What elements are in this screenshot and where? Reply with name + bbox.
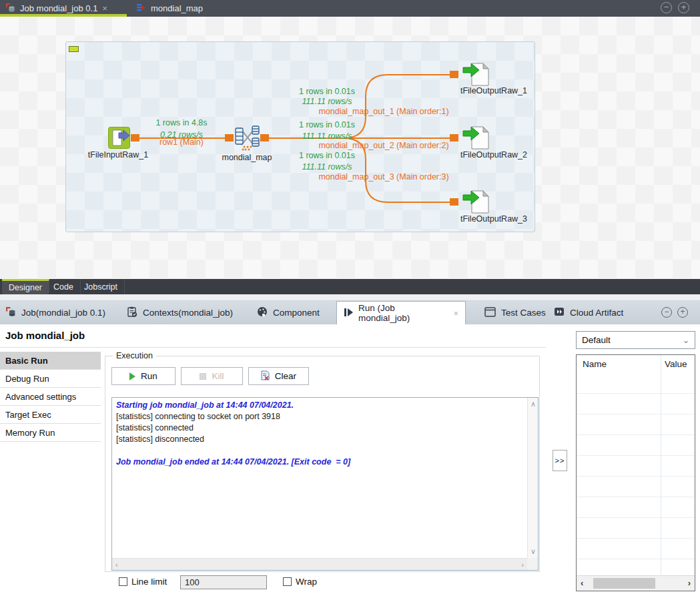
component-tfileoutputraw-3[interactable] [462, 190, 490, 218]
console-vertical-scrollbar[interactable]: ∧ ∨ [527, 398, 538, 558]
tab-label: Component [273, 308, 320, 318]
scrollbar-thumb[interactable] [593, 578, 655, 589]
context-select[interactable]: Default ⌄ [576, 331, 695, 349]
context-selected-value: Default [582, 335, 611, 345]
table-row[interactable] [577, 497, 695, 518]
run-icon [344, 308, 353, 319]
job-icon [5, 306, 16, 319]
component-tmap[interactable] [234, 125, 261, 154]
connector-square [260, 134, 269, 141]
kill-button[interactable]: Kill [181, 367, 243, 385]
sidebar-item-memory-run[interactable]: Memory Run [0, 424, 101, 442]
sidebar-item-advanced-settings[interactable]: Advanced settings [0, 388, 101, 406]
tab-label: Job mondial_job 0.1 [20, 3, 97, 13]
component-tfileinputraw[interactable] [108, 127, 130, 152]
tab-label: Cloud Artifact [570, 308, 623, 318]
tab-component[interactable]: Component [257, 301, 320, 324]
talend-studio-window: Job mondial_job 0.1 × mondial_map − + [0, 0, 700, 596]
context-variables-table[interactable]: Name Value ‹ › [576, 354, 695, 591]
sidebar-item-target-exec[interactable]: Target Exec [0, 406, 101, 424]
test-cases-icon [484, 307, 496, 319]
tab-label: Test Cases [501, 308, 546, 318]
sidebar-item-debug-run[interactable]: Debug Run [0, 370, 101, 388]
table-row[interactable] [577, 539, 695, 559]
maximize-icon[interactable]: + [678, 2, 689, 13]
sidebar-item-basic-run[interactable]: Basic Run [0, 352, 101, 370]
table-row[interactable] [577, 373, 695, 394]
rate-stats: 111.11 rows/s [274, 162, 380, 172]
execution-legend: Execution [113, 351, 156, 360]
component-label[interactable]: tFileOutputRaw_3 [444, 214, 544, 224]
tab-label: mondial_map [151, 3, 203, 13]
console-output: Starting job mondial_job at 14:44 07/04/… [112, 398, 527, 558]
minimize-icon[interactable]: − [661, 2, 672, 13]
component-label[interactable]: tFileOutputRaw_2 [444, 150, 544, 160]
console-line: [statistics] disconnected [116, 434, 523, 445]
table-row[interactable] [577, 477, 695, 497]
table-row[interactable] [577, 414, 695, 435]
connection-label[interactable]: mondial_map_out_1 (Main order:1) [284, 107, 484, 116]
row-stats: 1 rows in 0.01s [274, 87, 380, 96]
cloud-artifact-icon [554, 306, 565, 319]
table-header: Name Value [577, 355, 695, 373]
component-label[interactable]: tFileInputRaw_1 [71, 150, 165, 160]
tab-run[interactable]: Run (Job mondial_job) × [336, 301, 466, 324]
title-separator [0, 347, 546, 348]
console-line: Job mondial_job ended at 14:44 07/04/202… [116, 457, 523, 468]
column-header-value[interactable]: Value [665, 359, 687, 369]
line-limit-input[interactable] [180, 575, 267, 589]
table-horizontal-scrollbar[interactable]: ‹ › [577, 575, 695, 591]
tab-designer[interactable]: Designer [2, 279, 49, 294]
maximize-icon[interactable]: + [677, 307, 688, 318]
component-label[interactable]: tFileOutputRaw_1 [444, 86, 544, 95]
console-line: [statistics] connecting to socket on por… [116, 411, 523, 422]
scroll-left-icon[interactable]: ‹ [115, 561, 118, 569]
connector-square [450, 198, 458, 206]
tab-code[interactable]: Code [47, 279, 81, 294]
table-row[interactable] [577, 518, 695, 539]
line-limit-checkbox[interactable] [119, 577, 127, 586]
table-row[interactable] [577, 456, 695, 477]
connection-label[interactable]: mondial_map_out_3 (Main order:3) [284, 172, 484, 182]
tab-jobscript[interactable]: Jobscript [77, 279, 125, 294]
execution-console[interactable]: Starting job mondial_job at 14:44 07/04/… [111, 397, 539, 571]
clear-button[interactable]: Clear [248, 367, 309, 385]
scroll-left-icon[interactable]: ‹ [581, 578, 583, 588]
wrap-label: Wrap [296, 577, 317, 587]
row-stats: 1 rows in 4.8s [128, 118, 235, 127]
wrap-checkbox[interactable] [283, 577, 292, 586]
console-horizontal-scrollbar[interactable]: ‹ › [112, 558, 527, 570]
tab-cloud-artifact[interactable]: Cloud Artifact [554, 301, 623, 324]
expand-panel-button[interactable]: >> [553, 450, 567, 471]
job-design-canvas[interactable]: tFileInputRaw_1 mondial_map tFileOutputR… [0, 17, 700, 279]
console-line: [statistics] connected [116, 422, 523, 434]
close-icon[interactable]: × [453, 308, 458, 318]
row-stats: 1 rows in 0.01s [274, 151, 380, 160]
tab-label: Run (Job mondial_job) [358, 303, 444, 323]
connection-label[interactable]: mondial_map_out_2 (Main order:2) [284, 141, 484, 150]
tab-contexts[interactable]: Contexts(mondial_job) [127, 301, 233, 324]
page-title: Job mondial_job [5, 330, 85, 341]
run-button[interactable]: Run [111, 367, 176, 385]
scroll-up-icon[interactable]: ∧ [531, 400, 536, 408]
component-icon [257, 306, 268, 319]
tab-mondial-map[interactable]: mondial_map [131, 0, 221, 17]
tab-job-panel[interactable]: Job(mondial_job 0.1) [5, 301, 105, 324]
close-icon[interactable]: × [102, 3, 107, 13]
job-icon [5, 3, 15, 15]
separator-strip [0, 294, 700, 301]
minimize-icon[interactable]: − [661, 307, 672, 318]
connector-square [450, 71, 458, 78]
scroll-down-icon[interactable]: ∨ [531, 548, 536, 555]
view-tab-bar: Designer Code Jobscript [0, 279, 700, 294]
connection-label[interactable]: row1 (Main) [128, 137, 235, 147]
scroll-right-icon[interactable]: › [521, 561, 524, 569]
rate-stats: 111.11 rows/s [274, 131, 380, 141]
row-stats: 1 rows in 0.01s [274, 120, 380, 129]
table-row[interactable] [577, 394, 695, 414]
tab-test-cases[interactable]: Test Cases [484, 301, 546, 324]
scroll-right-icon[interactable]: › [688, 578, 691, 588]
column-header-name[interactable]: Name [583, 359, 607, 369]
tab-label: Contexts(mondial_job) [143, 308, 233, 318]
table-row[interactable] [577, 435, 695, 456]
